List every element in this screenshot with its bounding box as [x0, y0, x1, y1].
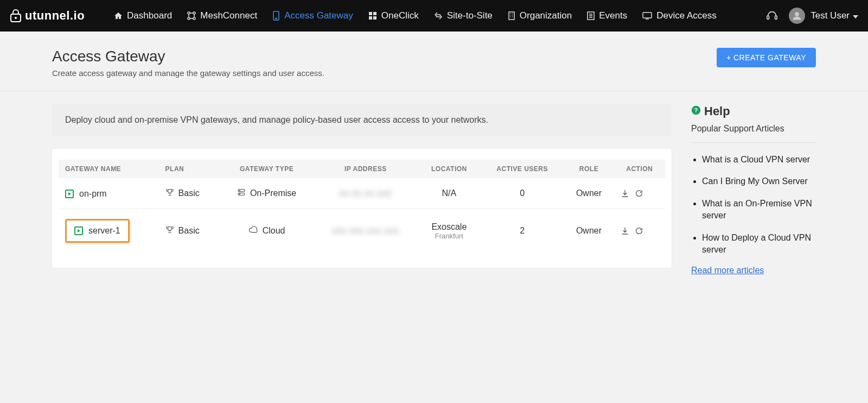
gateway-name: on-prm	[79, 189, 107, 199]
svg-point-3	[193, 12, 195, 14]
nav-organization[interactable]: Organization	[500, 0, 579, 32]
type-value: Cloud	[263, 226, 285, 236]
nav-items: Dashboard MeshConnect Access Gateway One…	[106, 0, 766, 32]
location-value: Exoscale	[424, 222, 474, 232]
nav-events[interactable]: Events	[579, 0, 635, 32]
role-value: Owner	[564, 178, 614, 209]
col-type: GATEWAY TYPE	[220, 160, 314, 178]
brand-text: utunnel.io	[25, 9, 85, 23]
table-row[interactable]: server-1 Basic	[59, 209, 665, 253]
nav-meshconnect[interactable]: MeshConnect	[180, 0, 265, 32]
col-location: LOCATION	[418, 160, 481, 178]
active-users: 0	[481, 178, 564, 209]
col-plan: PLAN	[159, 160, 220, 178]
mesh-icon	[187, 11, 196, 20]
read-more-link[interactable]: Read more articles	[691, 266, 764, 275]
list-icon	[587, 11, 595, 20]
nav-oneclick[interactable]: OneClick	[361, 0, 426, 32]
svg-rect-16	[775, 16, 777, 19]
type-value: On-Premise	[250, 188, 296, 198]
help-article[interactable]: What is a Cloud VPN server	[702, 154, 816, 166]
cloud-icon	[248, 226, 258, 236]
nav-label: Access Gateway	[284, 10, 353, 21]
page-title: Access Gateway	[52, 48, 324, 65]
gateway-table-card: GATEWAY NAME PLAN GATEWAY TYPE IP ADDRES…	[52, 149, 672, 268]
download-icon[interactable]	[621, 189, 629, 198]
help-icon: ?	[691, 104, 701, 118]
top-nav: utunnel.io Dashboard MeshConnect Access …	[0, 0, 868, 32]
col-users: ACTIVE USERS	[481, 160, 564, 178]
brand[interactable]: utunnel.io	[10, 9, 85, 23]
highlighted-gateway: server-1	[65, 219, 130, 243]
avatar	[789, 8, 805, 24]
active-users: 2	[481, 209, 564, 253]
nav-label: MeshConnect	[200, 10, 257, 21]
link-icon	[434, 11, 443, 20]
col-name: GATEWAY NAME	[59, 160, 159, 178]
help-subtitle: Popular Support Articles	[691, 124, 816, 134]
svg-rect-14	[643, 12, 652, 18]
restart-icon[interactable]	[635, 189, 643, 198]
download-icon[interactable]	[621, 226, 629, 235]
user-name: Test User	[810, 10, 850, 21]
svg-point-20	[239, 190, 240, 191]
gateway-icon	[272, 11, 280, 21]
svg-rect-10	[369, 16, 372, 20]
nav-site-to-site[interactable]: Site-to-Site	[426, 0, 500, 32]
nav-label: Organization	[520, 10, 572, 21]
svg-text:?: ?	[694, 107, 698, 114]
svg-rect-12	[509, 12, 514, 20]
building-icon	[508, 11, 515, 20]
col-ip: IP ADDRESS	[314, 160, 418, 178]
help-article[interactable]: What is an On-Premise VPN server	[702, 198, 816, 222]
status-running-icon	[74, 226, 83, 235]
svg-point-4	[188, 17, 190, 20]
restart-icon[interactable]	[635, 226, 643, 235]
user-menu[interactable]: Test User	[789, 8, 858, 24]
trophy-icon	[165, 188, 174, 199]
help-heading: ? Help	[691, 104, 816, 118]
help-title: Help	[704, 104, 730, 118]
nav-label: OneClick	[381, 10, 419, 21]
status-running-icon	[65, 190, 74, 198]
svg-rect-15	[767, 16, 769, 19]
gateway-name: server-1	[88, 226, 120, 236]
help-article[interactable]: Can I Bring My Own Server	[702, 175, 816, 187]
location-sub: Frankfurt	[424, 232, 474, 240]
lock-icon	[10, 9, 22, 23]
nav-access-gateway[interactable]: Access Gateway	[265, 0, 361, 32]
help-articles: What is a Cloud VPN server Can I Bring M…	[691, 154, 816, 256]
chevron-down-icon	[853, 10, 858, 21]
help-sidebar: ? Help Popular Support Articles What is …	[691, 104, 816, 275]
svg-point-7	[276, 18, 277, 19]
create-gateway-button[interactable]: + CREATE GATEWAY	[717, 48, 816, 67]
role-value: Owner	[564, 209, 614, 253]
svg-point-17	[795, 12, 799, 16]
info-banner: Deploy cloud and on-premise VPN gateways…	[52, 104, 672, 136]
col-action: ACTION	[614, 160, 666, 178]
svg-rect-8	[369, 12, 372, 15]
nav-label: Device Access	[656, 10, 717, 21]
svg-point-1	[15, 17, 17, 19]
col-role: ROLE	[564, 160, 614, 178]
nav-right: Test User	[766, 8, 858, 24]
ip-address: xx.xx.xx.xxx	[339, 188, 392, 198]
location-value: N/A	[424, 188, 474, 198]
gateway-table: GATEWAY NAME PLAN GATEWAY TYPE IP ADDRES…	[59, 160, 665, 253]
plan-value: Basic	[178, 188, 200, 198]
monitor-icon	[642, 12, 652, 20]
svg-rect-9	[373, 12, 376, 15]
nav-dashboard[interactable]: Dashboard	[106, 0, 180, 32]
home-icon	[114, 11, 123, 20]
nav-label: Site-to-Site	[447, 10, 493, 21]
plan-value: Basic	[178, 226, 200, 236]
svg-point-2	[188, 12, 190, 14]
page-header: Access Gateway Create access gateway and…	[0, 32, 868, 91]
trophy-icon	[165, 225, 174, 236]
svg-point-21	[239, 194, 240, 194]
help-article[interactable]: How to Deploy a Cloud VPN server	[702, 232, 816, 256]
support-icon[interactable]	[766, 10, 778, 22]
page-subtitle: Create access gateway and manage the gat…	[52, 68, 324, 78]
nav-device-access[interactable]: Device Access	[635, 0, 724, 32]
table-row[interactable]: on-prm Basic	[59, 178, 665, 209]
